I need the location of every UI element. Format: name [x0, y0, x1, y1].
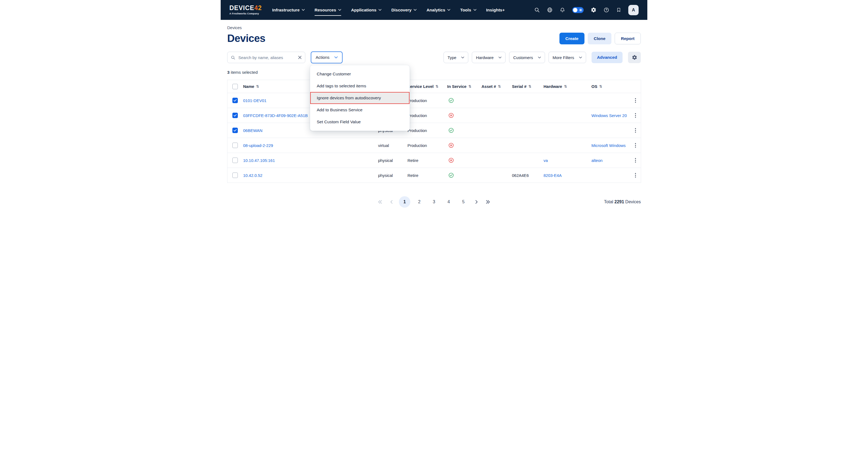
column-header-in-service[interactable]: In Service⇅	[447, 84, 471, 89]
sort-icon[interactable]: ⇅	[435, 84, 438, 88]
row-checkbox[interactable]	[232, 143, 238, 148]
bookmark-icon[interactable]	[616, 7, 621, 13]
os-link[interactable]: Microsoft Windows	[592, 143, 626, 148]
filter-more-filters[interactable]: More Filters	[549, 52, 586, 63]
caret-down-icon	[473, 9, 476, 11]
total-count: Total 2291 Devices	[604, 200, 641, 204]
sort-icon[interactable]: ⇅	[528, 84, 531, 88]
user-avatar[interactable]: A	[628, 5, 639, 15]
device-name-link[interactable]: 03FFCDFE-873D-4F09-902E-A51B	[243, 113, 308, 118]
page-title: Devices	[227, 33, 265, 44]
row-kebab-menu-button[interactable]	[633, 157, 638, 163]
pagination-row: 12345 Total 2291 Devices	[227, 195, 641, 208]
row-checkbox[interactable]	[232, 173, 238, 178]
menu-item-add-to-business-service[interactable]: Add to Business Service	[310, 104, 409, 116]
column-header-hardware[interactable]: Hardware⇅	[544, 84, 567, 89]
row-kebab-menu-button[interactable]	[633, 127, 638, 133]
filter-type[interactable]: Type	[443, 52, 469, 63]
column-header-os[interactable]: OS⇅	[592, 84, 602, 89]
next-page-button[interactable]	[472, 196, 480, 208]
actions-dropdown-button[interactable]: Actions	[311, 52, 343, 63]
last-page-button[interactable]	[484, 196, 492, 208]
chevron-down-icon	[579, 57, 582, 59]
column-header-serial[interactable]: Serial #⇅	[512, 84, 531, 89]
caret-down-icon	[378, 9, 381, 11]
device-type: physical	[378, 173, 393, 178]
menu-item-set-custom-field-value[interactable]: Set Custom Field Value	[310, 116, 409, 128]
double-chevron-right-icon	[485, 199, 491, 205]
theme-toggle[interactable]	[572, 7, 584, 13]
nav-item-analytics[interactable]: Analytics	[426, 0, 450, 20]
table-settings-button[interactable]	[628, 52, 641, 63]
service-level: Retire	[408, 173, 418, 178]
sort-icon[interactable]: ⇅	[564, 84, 567, 88]
nav-item-discovery[interactable]: Discovery	[391, 0, 416, 20]
sort-icon[interactable]: ⇅	[468, 84, 471, 88]
device-name-link[interactable]: 10.42.0.52	[243, 173, 262, 178]
device-name-link[interactable]: 10.10.47.105:161	[243, 158, 275, 163]
nav-item-insights[interactable]: Insights+	[486, 0, 505, 20]
filter-customers[interactable]: Customers	[509, 52, 545, 63]
sort-icon[interactable]: ⇅	[256, 84, 259, 88]
row-kebab-menu-button[interactable]	[633, 97, 638, 103]
page-3-button[interactable]: 3	[428, 196, 440, 208]
report-button[interactable]: Report	[615, 33, 641, 44]
create-button[interactable]: Create	[559, 33, 585, 44]
hardware-link[interactable]: va	[544, 158, 548, 163]
row-checkbox[interactable]	[232, 157, 238, 163]
row-checkbox[interactable]	[232, 98, 238, 103]
notifications-bell-icon[interactable]	[560, 7, 565, 13]
page-2-button[interactable]: 2	[413, 196, 425, 208]
sort-icon[interactable]: ⇅	[498, 84, 501, 88]
nav-item-resources[interactable]: Resources	[314, 0, 341, 20]
hardware-link[interactable]: 8203-E4A	[544, 173, 562, 178]
search-box[interactable]	[227, 52, 305, 63]
advanced-filters-button[interactable]: Advanced	[592, 52, 623, 63]
device-name-link[interactable]: 08-upload-2-229	[243, 143, 273, 148]
device-name-link[interactable]: 0101-DEV01	[243, 98, 267, 103]
menu-item-change-customer[interactable]: Change Customer	[310, 68, 409, 80]
device-name-link[interactable]: 06BEWAN	[243, 128, 262, 133]
row-checkbox[interactable]	[232, 113, 238, 118]
sort-icon[interactable]: ⇅	[599, 84, 602, 88]
menu-item-add-tags-to-selected-items[interactable]: Add tags to selected items	[310, 80, 409, 92]
chevron-down-icon	[461, 57, 464, 59]
selection-summary: 3 items selected	[227, 70, 641, 75]
help-icon[interactable]	[603, 7, 609, 13]
clear-search-icon[interactable]	[298, 56, 302, 59]
sun-icon	[579, 8, 583, 12]
column-header-asset[interactable]: Asset #⇅	[482, 84, 501, 89]
nav-item-applications[interactable]: Applications	[351, 0, 381, 20]
breadcrumb[interactable]: Devices	[227, 20, 242, 30]
search-input[interactable]	[238, 55, 296, 60]
filter-hardware[interactable]: Hardware	[472, 52, 505, 63]
globe-icon[interactable]	[547, 7, 553, 13]
page-4-button[interactable]: 4	[443, 196, 455, 208]
service-level: Production	[408, 128, 427, 133]
nav-item-tools[interactable]: Tools	[460, 0, 476, 20]
row-kebab-menu-button[interactable]	[633, 172, 638, 178]
os-link[interactable]: Windows Server 20	[592, 113, 627, 118]
column-header-service-level[interactable]: Service Level⇅	[408, 84, 439, 89]
device42-logo[interactable]: DEVICE42 A Freshworks Company	[229, 5, 262, 15]
settings-gear-icon[interactable]	[591, 7, 596, 13]
page-1-button[interactable]: 1	[399, 196, 410, 208]
serial-number: 062A4E6	[512, 173, 529, 178]
first-page-button[interactable]	[376, 196, 384, 208]
select-all-checkbox[interactable]	[232, 84, 238, 89]
row-kebab-menu-button[interactable]	[633, 142, 638, 148]
table-header-row: Name⇅Type⇅Service Level⇅In Service⇅Asset…	[227, 80, 641, 93]
menu-item-ignore-devices-from-autodiscovery[interactable]: Ignore devices from autodiscovery	[310, 92, 409, 104]
os-link[interactable]: alteon	[592, 158, 603, 163]
navbar-right-icons: A	[534, 5, 639, 15]
chevron-right-icon	[474, 199, 479, 205]
column-header-name[interactable]: Name⇅	[243, 84, 259, 89]
previous-page-button[interactable]	[388, 196, 396, 208]
clone-button[interactable]: Clone	[588, 33, 612, 44]
row-kebab-menu-button[interactable]	[633, 112, 638, 118]
device42-app: DEVICE42 A Freshworks Company Infrastruc…	[221, 0, 647, 224]
page-5-button[interactable]: 5	[458, 196, 469, 208]
row-checkbox[interactable]	[232, 128, 238, 133]
search-icon[interactable]	[534, 7, 540, 13]
nav-item-infrastructure[interactable]: Infrastructure	[272, 0, 305, 20]
